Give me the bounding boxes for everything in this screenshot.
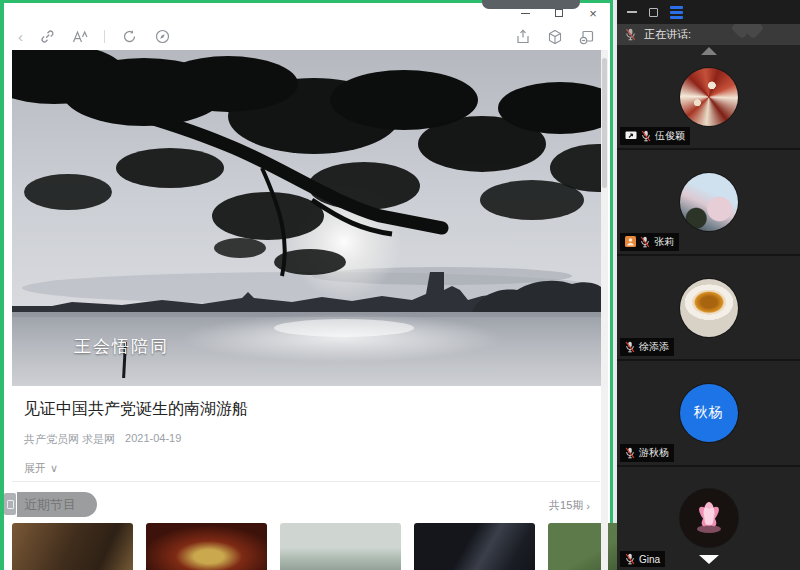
scrollbar-thumb[interactable] [602, 58, 607, 188]
muted-mic-icon [625, 553, 635, 565]
toolbar-divider [104, 30, 105, 43]
floating-grid-icon[interactable] [4, 493, 16, 515]
chevron-down-icon: ∨ [50, 462, 58, 475]
expand-label: 展开 [24, 461, 46, 476]
participant-tile[interactable]: 伍俊颖 [617, 45, 800, 148]
browser-toolbar: ‹ [4, 23, 610, 50]
floating-annotation-pill[interactable] [17, 492, 97, 517]
refresh-icon[interactable] [120, 28, 138, 46]
meeting-panel: 正在讲话: 伍俊颖 [617, 0, 800, 570]
muted-mic-icon [625, 341, 635, 353]
screen-share-icon [625, 131, 637, 141]
share-control-tab[interactable] [482, 0, 580, 9]
participant-badge: Gina [620, 551, 665, 567]
participant-badge: 徐添添 [620, 338, 674, 356]
participant-name: 伍俊颖 [655, 129, 685, 143]
speaking-bar: 正在讲话: [617, 24, 800, 45]
lotus-flower [687, 496, 731, 540]
episodes-total: 共15期 [549, 498, 583, 513]
host-person-icon [625, 236, 636, 247]
article-title: 见证中国共产党诞生的南湖游船 [24, 399, 570, 420]
scroll-down-icon[interactable] [699, 555, 719, 564]
participant-badge: 游秋杨 [620, 444, 674, 462]
participant-badge: 伍俊颖 [620, 127, 690, 145]
episode-thumbnail[interactable] [414, 523, 535, 570]
minimize-icon [521, 13, 530, 14]
participant-list: 伍俊颖 张莉 [617, 45, 800, 570]
episode-thumbnail[interactable] [280, 523, 401, 570]
window-switch-icon[interactable] [578, 28, 596, 46]
muted-mic-icon [641, 130, 651, 142]
episodes-total-link[interactable]: 共15期 › [549, 498, 590, 513]
article-info: 见证中国共产党诞生的南湖游船 共产党员网 求是网 2021-04-19 展开 ∨ [24, 399, 570, 476]
participant-name: Gina [639, 554, 660, 565]
participant-tile[interactable]: Gina [617, 467, 800, 570]
muted-mic-icon [625, 447, 635, 459]
panel-menu-icon[interactable] [670, 6, 683, 19]
divider [12, 481, 600, 482]
avatar [680, 68, 738, 126]
link-icon[interactable] [38, 28, 56, 46]
avatar [680, 173, 738, 231]
chevron-right-icon: › [586, 500, 590, 512]
avatar-initials: 秋杨 [694, 404, 724, 422]
participant-tile[interactable]: 张莉 [617, 150, 800, 253]
participant-name: 张莉 [654, 235, 674, 249]
close-button[interactable]: × [582, 5, 604, 21]
episode-thumbnail[interactable] [146, 523, 267, 570]
article-date: 2021-04-19 [125, 432, 181, 447]
video-player[interactable]: 王会悟陪同 [12, 50, 602, 386]
cube-icon[interactable] [546, 28, 564, 46]
meeting-titlebar [617, 0, 800, 24]
participant-name: 徐添添 [639, 340, 669, 354]
screen: × ‹ [0, 0, 800, 570]
muted-mic-icon [640, 236, 650, 248]
share-page-icon[interactable] [514, 28, 532, 46]
compass-icon[interactable] [153, 28, 171, 46]
speaking-label: 正在讲话: [644, 27, 691, 42]
video-subtitle: 王会悟陪同 [74, 335, 169, 358]
participant-tile[interactable]: 秋杨 游秋杨 [617, 361, 800, 464]
close-icon: × [589, 6, 597, 21]
article-sources: 共产党员网 求是网 [24, 432, 115, 447]
scroll-up-icon[interactable] [701, 47, 717, 55]
watermark-logo [739, 24, 761, 36]
episode-thumbnails [12, 523, 669, 570]
avatar [680, 489, 738, 547]
participant-tile[interactable]: 徐添添 [617, 256, 800, 359]
episode-thumbnail[interactable] [12, 523, 133, 570]
avatar [680, 279, 738, 337]
participant-name: 游秋杨 [639, 446, 669, 460]
expand-toggle[interactable]: 展开 ∨ [24, 461, 570, 476]
speaking-mic-icon [625, 28, 636, 41]
scrollbar[interactable] [601, 50, 608, 570]
panel-restore-icon[interactable] [649, 8, 658, 17]
panel-minimize-icon[interactable] [627, 11, 637, 13]
participant-badge: 张莉 [620, 233, 679, 251]
back-icon[interactable]: ‹ [18, 29, 23, 44]
avatar: 秋杨 [680, 384, 738, 442]
font-size-icon[interactable] [71, 28, 89, 46]
maximize-icon [555, 9, 563, 17]
shared-browser-window: × ‹ [0, 0, 613, 570]
episodes-section-header: 近期节目 共15期 › [4, 490, 598, 518]
